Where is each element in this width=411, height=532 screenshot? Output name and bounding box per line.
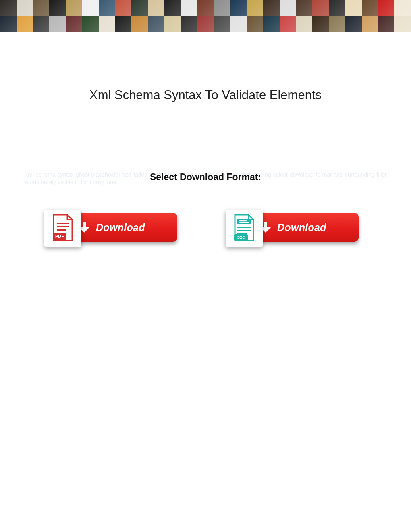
svg-rect-4 (237, 219, 251, 224)
download-doc-label: Download (277, 222, 326, 233)
banner-tile (99, 0, 115, 16)
banner-tile (148, 0, 164, 16)
banner-tile (296, 0, 312, 16)
banner-tile (66, 0, 82, 16)
banner-tile (280, 16, 296, 32)
banner-tile (17, 0, 33, 16)
svg-rect-5 (239, 220, 247, 221)
banner-tile (378, 0, 394, 16)
banner-tile (378, 16, 394, 32)
banner-tile (345, 16, 362, 32)
banner-tile (263, 0, 280, 16)
banner-tile (131, 0, 148, 16)
download-pdf-unit: Download PDF (44, 209, 185, 249)
banner-tile (131, 16, 148, 32)
header-collage-banner (0, 0, 411, 32)
doc-file-icon: DOC (226, 210, 263, 247)
banner-tile (164, 16, 181, 32)
banner-tile (345, 0, 362, 16)
banner-tile (296, 16, 312, 32)
banner-tile (280, 0, 296, 16)
banner-tile (164, 0, 181, 16)
banner-tile (394, 16, 411, 32)
banner-tile (247, 0, 263, 16)
svg-rect-1 (57, 226, 69, 227)
download-doc-unit: Download DOC (226, 209, 367, 249)
svg-rect-9 (237, 233, 247, 234)
svg-rect-6 (239, 222, 249, 223)
banner-tile (197, 16, 214, 32)
banner-tile (33, 0, 50, 16)
banner-tile (362, 16, 378, 32)
banner-tile (181, 0, 197, 16)
pdf-file-icon: PDF (44, 210, 81, 247)
pdf-badge-text: PDF (55, 234, 64, 239)
banner-tile (312, 0, 329, 16)
banner-tile (49, 16, 66, 32)
banner-tile (230, 16, 247, 32)
banner-tile (17, 16, 33, 32)
download-pdf-label: Download (96, 222, 145, 233)
svg-rect-7 (237, 227, 251, 228)
banner-tile (0, 0, 17, 16)
select-download-format-label: Select Download Format: (0, 172, 411, 183)
banner-tile (214, 16, 230, 32)
download-buttons-row: Download PDF Download (0, 209, 411, 249)
banner-tile (66, 16, 82, 32)
banner-tile (263, 16, 280, 32)
svg-rect-0 (57, 223, 69, 224)
banner-tile (312, 16, 329, 32)
banner-tile (115, 16, 132, 32)
banner-tile (49, 0, 66, 16)
page-title: Xml Schema Syntax To Validate Elements (0, 88, 411, 102)
banner-tile (214, 0, 230, 16)
banner-tile (230, 0, 247, 16)
banner-tile (99, 16, 115, 32)
svg-rect-8 (237, 230, 251, 231)
banner-tile (0, 16, 17, 32)
banner-tile (197, 0, 214, 16)
banner-tile (82, 0, 99, 16)
banner-tile (247, 16, 263, 32)
download-pdf-button[interactable]: Download (73, 213, 177, 242)
banner-tile (115, 0, 132, 16)
banner-tile (33, 16, 50, 32)
banner-tile (394, 0, 411, 16)
banner-tile (329, 0, 345, 16)
banner-tile (148, 16, 164, 32)
banner-tile (181, 16, 197, 32)
banner-tile (329, 16, 345, 32)
svg-rect-2 (57, 229, 66, 231)
download-doc-button[interactable]: Download (254, 213, 359, 242)
banner-tile (82, 16, 99, 32)
banner-tile (362, 0, 378, 16)
doc-badge-text: DOC (237, 235, 245, 240)
